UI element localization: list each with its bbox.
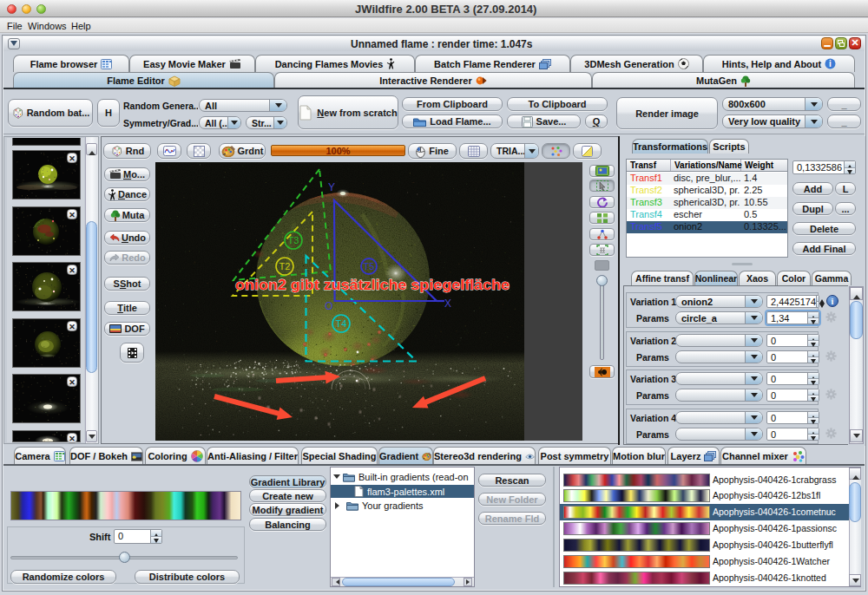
svg-text:T5: T5 [364,261,375,271]
svg-text:onion2 gibt zusätzliche spiege: onion2 gibt zusätzliche spiegelfläche [235,277,510,292]
svg-text:X: X [444,298,451,310]
svg-text:Y: Y [328,181,335,193]
svg-text:T4: T4 [336,318,347,329]
svg-text:O: O [325,300,332,312]
svg-text:T2: T2 [279,261,291,271]
svg-text:i: i [829,59,832,69]
